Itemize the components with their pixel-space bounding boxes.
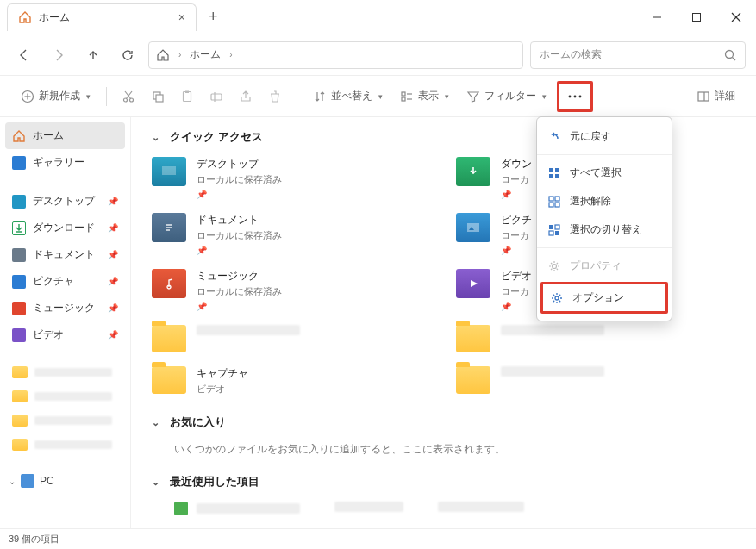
view-label: 表示 — [418, 89, 439, 103]
menu-item-options[interactable]: オプション — [543, 284, 665, 311]
chevron-down-icon: ⌄ — [152, 417, 159, 428]
svg-rect-37 — [549, 174, 553, 178]
pin-icon: 📌 — [108, 303, 118, 313]
sidebar-item-folder[interactable] — [5, 409, 125, 433]
redacted-label — [501, 366, 604, 377]
window-tab[interactable]: ホーム × — [7, 3, 197, 31]
home-icon — [12, 129, 26, 143]
details-label: 詳細 — [715, 89, 735, 103]
more-button[interactable] — [561, 85, 589, 108]
svg-rect-39 — [549, 197, 553, 201]
window-controls — [637, 0, 756, 34]
menu-item-select-all[interactable]: すべて選択 — [537, 159, 672, 187]
chevron-down-icon: ⌄ — [152, 132, 159, 143]
sidebar-item-desktop[interactable]: デスクトップ 📌 — [5, 188, 125, 215]
menu-label: 選択の切り替え — [570, 222, 642, 237]
home-icon — [156, 48, 170, 62]
view-button[interactable]: 表示 ▾ — [393, 84, 456, 109]
pin-icon: 📌 — [108, 277, 118, 286]
menu-item-select-none[interactable]: 選択解除 — [537, 187, 672, 215]
qa-title: ダウン — [501, 157, 532, 172]
address-bar[interactable]: › ホーム › — [148, 41, 523, 69]
sidebar-item-downloads[interactable]: ダウンロード 📌 — [5, 215, 125, 241]
qa-item-folder[interactable] — [152, 325, 435, 352]
chevron-down-icon: ▾ — [378, 92, 383, 101]
videos-folder-icon — [456, 269, 490, 298]
sidebar-item-documents[interactable]: ドキュメント 📌 — [5, 241, 125, 268]
sidebar-label: ビデオ — [33, 328, 64, 342]
sort-button[interactable]: 並べ替え ▾ — [306, 84, 390, 109]
chevron-down-icon: ▾ — [542, 92, 547, 101]
sidebar-item-pictures[interactable]: ピクチャ 📌 — [5, 268, 125, 295]
qa-subtitle: ローカルに保存済み — [197, 285, 282, 298]
qa-item-music[interactable]: ミュージック ローカルに保存済み 📌 — [152, 269, 435, 311]
refresh-button[interactable] — [114, 41, 141, 69]
section-recent[interactable]: ⌄ 最近使用した項目 — [152, 474, 739, 490]
qa-item-folder[interactable] — [456, 366, 740, 396]
sidebar-label: ミュージック — [33, 301, 95, 315]
rename-button[interactable] — [203, 84, 229, 109]
qa-item-documents[interactable]: ドキュメント ローカルに保存済み 📌 — [152, 213, 435, 255]
breadcrumb-item[interactable]: ホーム — [190, 47, 221, 62]
menu-item-invert-selection[interactable]: 選択の切り替え — [537, 215, 672, 244]
back-button[interactable] — [10, 41, 38, 69]
search-input[interactable]: ホームの検索 — [530, 41, 746, 69]
sort-label: 並べ替え — [331, 89, 372, 103]
sidebar-item-folder[interactable] — [5, 384, 125, 409]
close-window-button[interactable] — [716, 0, 756, 34]
section-title: クイック アクセス — [170, 129, 263, 145]
menu-label: オプション — [572, 290, 624, 305]
details-pane-button[interactable]: 詳細 — [690, 84, 742, 109]
redacted-label — [34, 392, 112, 401]
sidebar-item-videos[interactable]: ビデオ 📌 — [5, 321, 125, 348]
separator — [297, 87, 297, 106]
svg-point-4 — [726, 50, 734, 58]
sidebar-item-gallery[interactable]: ギャラリー — [5, 149, 125, 176]
home-icon — [18, 10, 32, 24]
svg-rect-40 — [555, 197, 559, 201]
qa-item-captures[interactable]: キャプチャ ビデオ — [152, 366, 435, 396]
recent-item[interactable] — [174, 502, 300, 515]
pin-icon: 📌 — [108, 330, 118, 340]
highlight-box-options: オプション — [540, 282, 668, 314]
section-favorites[interactable]: ⌄ お気に入り — [152, 415, 739, 430]
paste-button[interactable] — [174, 84, 200, 109]
search-placeholder: ホームの検索 — [540, 47, 602, 62]
new-tab-button[interactable]: + — [202, 8, 225, 26]
share-button[interactable] — [233, 84, 259, 109]
pin-icon: 📌 — [501, 302, 532, 311]
svg-rect-1 — [693, 13, 701, 21]
sidebar-item-home[interactable]: ホーム — [5, 122, 125, 149]
svg-point-23 — [569, 95, 572, 97]
redacted-label — [197, 325, 300, 335]
menu-item-undo[interactable]: 元に戻す — [537, 122, 672, 151]
tab-title: ホーム — [39, 10, 70, 25]
up-button[interactable] — [79, 41, 107, 69]
svg-rect-35 — [549, 168, 553, 172]
sidebar-label: ホーム — [33, 128, 64, 143]
minimize-button[interactable] — [637, 0, 677, 34]
maximize-button[interactable] — [677, 0, 716, 34]
sidebar-label: ダウンロード — [33, 221, 95, 235]
filter-button[interactable]: フィルター ▾ — [459, 84, 553, 109]
download-icon — [12, 221, 26, 235]
svg-rect-14 — [156, 95, 163, 102]
qa-item-folder[interactable] — [456, 325, 740, 352]
recent-row — [174, 502, 739, 515]
cut-button[interactable] — [116, 84, 141, 109]
pin-icon: 📌 — [197, 190, 282, 199]
forward-button[interactable] — [45, 41, 72, 69]
copy-button[interactable] — [145, 84, 171, 109]
new-button[interactable]: 新規作成 ▾ — [14, 84, 97, 109]
svg-point-47 — [553, 264, 557, 268]
qa-title: キャプチャ — [197, 366, 248, 381]
sidebar-item-pc[interactable]: ⌄ PC — [5, 469, 125, 493]
qa-item-desktop[interactable]: デスクトップ ローカルに保存済み 📌 — [152, 157, 435, 199]
tab-close-icon[interactable]: × — [178, 10, 185, 24]
sidebar-item-music[interactable]: ミュージック 📌 — [5, 295, 125, 321]
folder-icon — [152, 325, 186, 352]
sidebar-item-folder[interactable] — [5, 360, 125, 384]
delete-button[interactable] — [262, 84, 288, 109]
nav-bar: › ホーム › ホームの検索 — [0, 34, 756, 76]
sidebar-item-folder[interactable] — [5, 433, 125, 457]
